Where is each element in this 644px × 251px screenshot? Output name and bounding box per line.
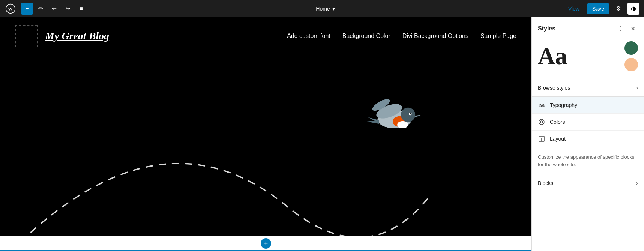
blog-nav: Add custom font Background Color Divi Ba… xyxy=(287,33,516,39)
color-swatch-teal[interactable] xyxy=(624,41,638,55)
settings-button[interactable]: ⚙ xyxy=(612,3,624,15)
edit-button[interactable]: ✏ xyxy=(35,3,47,15)
view-button[interactable]: View xyxy=(564,3,584,14)
colors-preview xyxy=(624,41,638,71)
colors-label: Colors xyxy=(550,119,638,125)
canvas: My Great Blog Add custom font Background… xyxy=(0,17,531,251)
page-selector[interactable]: Home ▾ xyxy=(313,4,338,13)
add-block-toolbar-button[interactable]: + xyxy=(21,3,33,15)
svg-point-6 xyxy=(397,121,408,128)
blocks-row[interactable]: Blocks › xyxy=(532,174,644,192)
toolbar-right: View Save ⚙ ◑ xyxy=(564,3,639,15)
panel-title: Styles xyxy=(538,25,555,32)
svg-point-9 xyxy=(410,113,411,115)
nav-item-sample[interactable]: Sample Page xyxy=(480,33,516,39)
typography-menu-item[interactable]: Aa Typography xyxy=(532,97,644,114)
colors-icon xyxy=(538,118,545,126)
dashed-path-svg xyxy=(0,70,531,251)
panel-header: Styles ⋮ ✕ xyxy=(532,17,644,34)
save-button[interactable]: Save xyxy=(587,3,609,14)
right-panel: Styles ⋮ ✕ Aa Browse styles › xyxy=(531,17,644,251)
list-view-button[interactable]: ≡ xyxy=(75,3,87,15)
panel-close-button[interactable]: ✕ xyxy=(627,23,638,34)
panel-more-options-button[interactable]: ⋮ xyxy=(615,23,626,34)
layout-menu-item[interactable]: Layout xyxy=(532,131,644,147)
nav-item-divi[interactable]: Divi Background Options xyxy=(402,33,468,39)
add-block-bottom-button[interactable]: + xyxy=(261,238,271,249)
nav-item-bg-color[interactable]: Background Color xyxy=(342,33,390,39)
typography-preview: Aa xyxy=(538,42,624,70)
wp-logo[interactable]: W xyxy=(5,3,17,15)
blocks-label: Blocks xyxy=(538,180,553,186)
redo-button[interactable]: ↪ xyxy=(62,3,74,15)
svg-text:W: W xyxy=(8,6,13,12)
svg-point-7 xyxy=(401,108,415,122)
main-area: My Great Blog Add custom font Background… xyxy=(0,17,644,251)
blog-header: My Great Blog Add custom font Background… xyxy=(0,17,531,55)
blocks-chevron-icon: › xyxy=(636,180,638,186)
layout-label: Layout xyxy=(550,136,638,142)
blog-logo xyxy=(15,25,38,47)
dark-mode-toggle[interactable]: ◑ xyxy=(627,3,639,15)
toolbar: W + ✏ ↩ ↪ ≡ Home ▾ View Save ⚙ ◑ xyxy=(0,0,644,17)
bird-scene xyxy=(0,70,531,251)
bird-illustration xyxy=(363,92,426,137)
panel-description: Customize the appearance of specific blo… xyxy=(532,147,644,174)
browse-styles-row[interactable]: Browse styles › xyxy=(532,79,644,97)
layout-icon xyxy=(538,135,545,143)
page-chevron-icon: ▾ xyxy=(332,6,335,12)
current-page-label: Home xyxy=(316,6,330,12)
canvas-bottom-bar: + xyxy=(0,236,531,251)
blog-title: My Great Blog xyxy=(45,30,109,42)
toolbar-center: Home ▾ xyxy=(89,4,562,13)
typography-icon: Aa xyxy=(538,101,545,109)
color-swatch-peach[interactable] xyxy=(624,58,638,71)
typography-label: Typography xyxy=(550,102,638,108)
colors-menu-item[interactable]: Colors xyxy=(532,114,644,131)
svg-point-10 xyxy=(539,119,544,125)
nav-item-font[interactable]: Add custom font xyxy=(287,33,330,39)
browse-styles-chevron-icon: › xyxy=(636,84,638,91)
panel-header-actions: ⋮ ✕ xyxy=(615,23,638,34)
svg-point-11 xyxy=(540,121,543,123)
browse-styles-label: Browse styles xyxy=(538,85,570,91)
style-preview: Aa xyxy=(532,34,644,79)
undo-button[interactable]: ↩ xyxy=(48,3,60,15)
